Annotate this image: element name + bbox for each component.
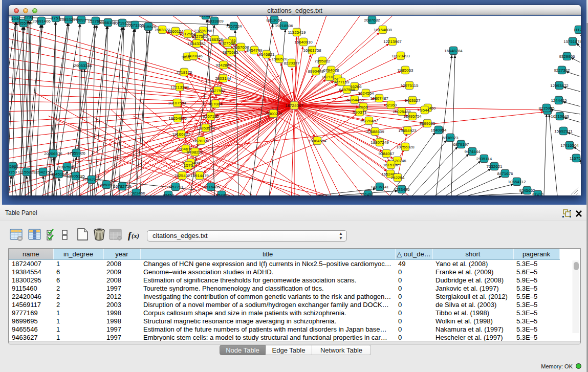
svg-text:2087682: 2087682 xyxy=(364,18,380,23)
svg-text:10107554: 10107554 xyxy=(168,101,186,105)
svg-text:8990448: 8990448 xyxy=(308,69,324,74)
svg-text:12213389: 12213389 xyxy=(170,85,189,90)
svg-text:20364456: 20364456 xyxy=(345,98,364,102)
svg-text:16210643: 16210643 xyxy=(551,114,569,119)
svg-text:9777169: 9777169 xyxy=(333,80,350,84)
svg-text:92450: 92450 xyxy=(163,193,175,195)
svg-text:1640954: 1640954 xyxy=(430,128,447,133)
svg-text:97412: 97412 xyxy=(532,192,544,195)
svg-text:16543382: 16543382 xyxy=(187,41,206,46)
svg-text:1145194: 1145194 xyxy=(51,172,67,177)
svg-text:8678332: 8678332 xyxy=(193,139,209,143)
svg-text:11325419: 11325419 xyxy=(288,30,307,35)
svg-text:20206576: 20206576 xyxy=(44,151,62,156)
svg-text:8215955: 8215955 xyxy=(538,106,555,111)
svg-text:10688609: 10688609 xyxy=(366,129,384,134)
svg-text:12093872: 12093872 xyxy=(550,83,569,88)
svg-text:16640910: 16640910 xyxy=(294,40,313,45)
svg-text:11156829: 11156829 xyxy=(18,170,36,174)
svg-text:9463627: 9463627 xyxy=(404,98,421,103)
svg-text:2093: 2093 xyxy=(77,18,86,23)
svg-text:3875685: 3875685 xyxy=(222,50,238,55)
svg-text:16961758: 16961758 xyxy=(303,48,321,53)
svg-text:10756928: 10756928 xyxy=(396,145,415,149)
svg-text:15720407: 15720407 xyxy=(360,119,378,123)
svg-text:9544: 9544 xyxy=(420,108,429,113)
svg-text:15751074: 15751074 xyxy=(563,39,581,44)
svg-text:20691406: 20691406 xyxy=(32,19,51,24)
svg-text:1615132: 1615132 xyxy=(383,163,399,167)
svg-text:1733426: 1733426 xyxy=(394,187,410,192)
svg-text:9474444: 9474444 xyxy=(464,149,481,154)
svg-text:39159: 39159 xyxy=(9,170,17,174)
svg-text:6497568: 6497568 xyxy=(339,87,355,92)
svg-text:9329966: 9329966 xyxy=(559,54,575,59)
svg-text:11174: 11174 xyxy=(573,28,581,32)
svg-text:16648784: 16648784 xyxy=(444,49,463,53)
svg-text:1570: 1570 xyxy=(184,163,193,168)
svg-text:19218506: 19218506 xyxy=(275,24,293,28)
svg-text:18807249: 18807249 xyxy=(371,140,389,145)
svg-text:9242848: 9242848 xyxy=(215,63,232,68)
svg-text:116753: 116753 xyxy=(570,156,581,161)
svg-text:9457791: 9457791 xyxy=(167,185,184,189)
svg-text:62160: 62160 xyxy=(385,103,397,107)
svg-text:15716485: 15716485 xyxy=(202,185,220,189)
svg-text:29053346: 29053346 xyxy=(74,63,92,68)
svg-text:92451: 92451 xyxy=(362,192,374,195)
svg-text:9899695: 9899695 xyxy=(419,121,435,126)
svg-text:1244415: 1244415 xyxy=(551,98,567,103)
svg-text:7632621: 7632621 xyxy=(486,164,503,169)
svg-text:14136141: 14136141 xyxy=(371,185,389,189)
svg-text:1544: 1544 xyxy=(11,16,20,21)
svg-text:10853257: 10853257 xyxy=(59,17,78,22)
svg-text:18724007: 18724007 xyxy=(285,103,303,108)
svg-text:25300275: 25300275 xyxy=(264,112,282,116)
svg-text:417004: 417004 xyxy=(209,102,223,106)
svg-text:3624554: 3624554 xyxy=(358,91,374,96)
svg-text:19654925: 19654925 xyxy=(168,116,187,121)
svg-text:17957255: 17957255 xyxy=(82,178,101,182)
svg-text:9327505: 9327505 xyxy=(191,34,208,39)
svg-text:7485063: 7485063 xyxy=(397,68,413,73)
svg-text:12942757: 12942757 xyxy=(34,170,52,174)
svg-text:10154808: 10154808 xyxy=(374,28,392,32)
svg-text:19166827: 19166827 xyxy=(172,132,190,137)
svg-text:8427552: 8427552 xyxy=(209,89,226,93)
svg-text:7955812: 7955812 xyxy=(314,59,331,63)
svg-text:(x): (x) xyxy=(132,232,139,239)
svg-text:10973493: 10973493 xyxy=(391,54,410,58)
svg-text:12923466: 12923466 xyxy=(127,191,145,195)
svg-text:8813054: 8813054 xyxy=(266,18,282,23)
svg-text:16033809: 16033809 xyxy=(205,19,224,24)
svg-text:93975887: 93975887 xyxy=(58,165,76,169)
svg-text:23420046: 23420046 xyxy=(184,54,203,58)
svg-text:12213967: 12213967 xyxy=(383,39,402,44)
svg-text:17359926: 17359926 xyxy=(67,151,85,156)
svg-text:12353594: 12353594 xyxy=(197,126,215,130)
svg-text:9146821: 9146821 xyxy=(258,52,275,57)
svg-text:9227342: 9227342 xyxy=(554,68,570,73)
svg-text:8471676: 8471676 xyxy=(497,171,513,176)
svg-text:7625402: 7625402 xyxy=(174,173,190,178)
svg-text:7357224: 7357224 xyxy=(226,24,242,29)
svg-text:14055714: 14055714 xyxy=(14,21,33,26)
svg-text:16914479: 16914479 xyxy=(190,173,209,178)
svg-text:990371: 990371 xyxy=(353,110,367,115)
svg-text:95732: 95732 xyxy=(216,193,228,195)
svg-text:2718176: 2718176 xyxy=(176,70,192,75)
svg-text:2935114: 2935114 xyxy=(476,157,492,161)
svg-text:6879197: 6879197 xyxy=(453,142,469,147)
svg-text:2803144: 2803144 xyxy=(215,76,231,81)
svg-text:8267130: 8267130 xyxy=(203,114,219,119)
svg-text:17016504: 17016504 xyxy=(560,143,579,148)
svg-text:6794028: 6794028 xyxy=(323,68,339,73)
svg-text:19384554: 19384554 xyxy=(308,139,326,143)
svg-text:8498222: 8498222 xyxy=(187,150,203,155)
svg-text:5938923: 5938923 xyxy=(442,136,459,140)
svg-text:18495754: 18495754 xyxy=(403,114,422,119)
svg-text:15692971: 15692971 xyxy=(554,129,573,134)
svg-text:8220377: 8220377 xyxy=(284,61,300,65)
svg-text:9084067: 9084067 xyxy=(378,151,395,156)
svg-text:10807487: 10807487 xyxy=(370,96,388,101)
